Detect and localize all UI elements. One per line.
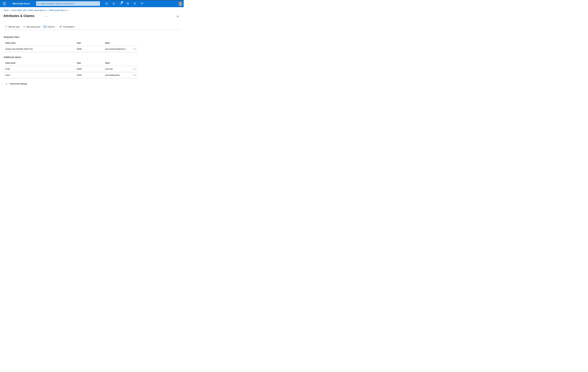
claim-name-cell: email <box>4 68 77 70</box>
topbar-scrollbar-strip <box>183 0 184 7</box>
type-cell: SAML <box>77 68 105 70</box>
azure-portal-screen: Microsoft Azure <box>0 0 184 93</box>
column-header-claim-name: Claim name <box>4 42 77 44</box>
got-feedback-button[interactable]: Got feedback? <box>59 25 74 28</box>
value-cell: user.displayname <box>105 74 131 76</box>
svg-text:?: ? <box>135 3 135 4</box>
table-row: name SAML user.displayname <box>4 72 138 78</box>
cloud-shell-button[interactable] <box>104 1 109 6</box>
breadcrumb-home-link[interactable]: Home <box>4 9 9 11</box>
help-button[interactable]: ? <box>132 1 137 6</box>
topbar-icon-group: 6 <box>104 0 145 7</box>
column-header-value: Value <box>105 42 131 44</box>
table-header-row: Claim name Type Value <box>4 60 138 66</box>
more-options-ellipsis-icon[interactable]: ... <box>45 15 48 17</box>
toolbar-divider <box>57 25 57 28</box>
avatar[interactable] <box>178 1 183 6</box>
columns-button[interactable]: Columns <box>43 26 54 28</box>
breadcrumb: Home > Azure SAML SSO | SAML-based Sign-… <box>4 9 69 11</box>
close-icon[interactable] <box>176 15 179 18</box>
topbar: Microsoft Azure <box>0 0 184 7</box>
search-icon <box>37 2 40 5</box>
breadcrumb-app-link[interactable]: Azure SAML SSO | SAML-based Sign-on <box>11 9 46 11</box>
columns-icon <box>43 26 47 28</box>
window-top-edge <box>0 0 184 0</box>
advanced-settings-label: Advanced settings <box>10 83 27 85</box>
column-header-claim-name: Claim name <box>4 62 77 64</box>
hamburger-menu-icon[interactable] <box>3 2 6 5</box>
type-cell: SAML <box>77 74 105 76</box>
table-row: Unique User Identifier (Name ID) SAML us… <box>4 46 138 52</box>
button-label: Add new claim <box>8 26 20 28</box>
column-header-type: Type <box>77 62 105 64</box>
help-icon: ? <box>134 2 136 5</box>
value-cell: user.userprincipalname [... <box>105 48 131 50</box>
row-more-options-icon[interactable] <box>131 74 138 77</box>
feedback-button[interactable] <box>139 1 145 6</box>
command-toolbar: Add new claim Add a group claim <box>4 25 74 29</box>
type-cell: SAML <box>77 48 105 50</box>
toolbar-rule <box>4 30 180 30</box>
notifications-button[interactable]: 6 <box>118 1 124 6</box>
chevron-down-icon <box>5 83 7 85</box>
additional-claims-heading: Additional claims <box>4 56 21 59</box>
value-cell: user.mail <box>105 68 131 70</box>
claim-name-cell: Unique User Identifier (Name ID) <box>4 48 77 50</box>
button-label: Columns <box>48 26 54 28</box>
column-header-type: Type <box>77 42 105 44</box>
plus-icon <box>5 26 7 28</box>
settings-button[interactable] <box>125 1 131 6</box>
required-claim-heading: Required claim <box>4 36 19 39</box>
button-label: Add a group claim <box>26 26 41 28</box>
directory-filter-button[interactable] <box>111 1 116 6</box>
page-title: Attributes & Claims <box>3 14 34 18</box>
settings-gear-icon <box>126 2 129 5</box>
breadcrumb-chevron-icon: > <box>68 10 69 11</box>
cloud-shell-icon <box>105 2 108 5</box>
notification-badge: 6 <box>121 1 123 3</box>
column-header-value: Value <box>105 62 131 64</box>
feedback-person-icon <box>59 25 62 28</box>
advanced-settings-toggle[interactable]: Advanced settings <box>5 83 27 85</box>
row-more-options-icon[interactable] <box>131 47 138 51</box>
row-more-options-icon[interactable] <box>131 67 138 71</box>
additional-claims-table: Claim name Type Value email SAML user.ma… <box>4 60 138 78</box>
feedback-person-icon <box>141 2 143 5</box>
claim-name-cell: name <box>4 74 77 76</box>
table-row: email SAML user.mail <box>4 66 138 72</box>
directory-filter-icon <box>112 2 115 5</box>
add-new-claim-button[interactable]: Add new claim <box>5 26 20 28</box>
breadcrumb-chevron-icon: > <box>10 10 10 11</box>
global-search <box>36 1 100 6</box>
breadcrumb-signon-link[interactable]: SAML-based Sign-on <box>49 9 67 11</box>
search-input[interactable] <box>36 1 100 6</box>
table-header-row: Claim name Type Value <box>4 40 138 46</box>
plus-icon <box>23 26 25 28</box>
breadcrumb-chevron-icon: > <box>47 10 48 11</box>
brand-logo: Microsoft Azure <box>13 0 30 7</box>
required-claim-table: Claim name Type Value Unique User Identi… <box>4 40 138 52</box>
add-group-claim-button[interactable]: Add a group claim <box>23 26 41 28</box>
button-label: Got feedback? <box>63 26 74 28</box>
